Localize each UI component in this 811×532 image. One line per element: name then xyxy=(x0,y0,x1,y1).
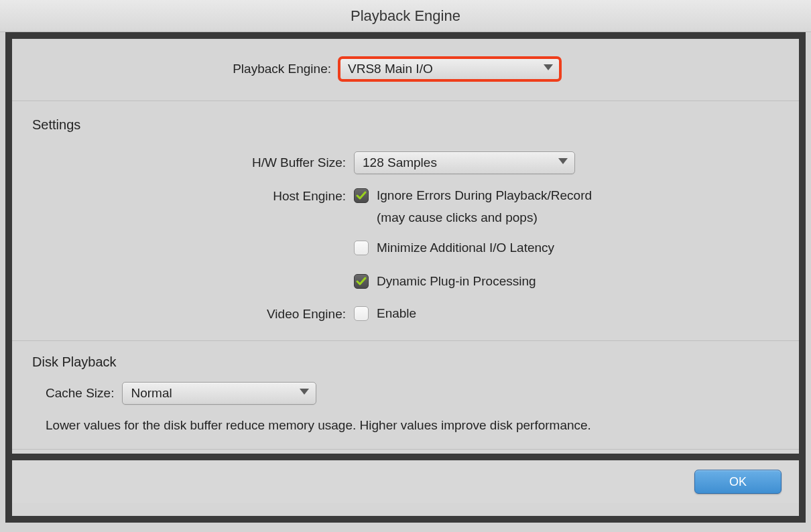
minimize-latency-label: Minimize Additional I/O Latency xyxy=(377,241,554,255)
video-enable-checkbox[interactable] xyxy=(354,306,369,321)
cache-size-value: Normal xyxy=(131,386,172,401)
dialog-frame: Playback Engine: VRS8 Main I/O Settings … xyxy=(5,32,806,523)
dynamic-plugin-label: Dynamic Plug-in Processing xyxy=(377,274,536,289)
panel-playback-engine: Playback Engine: VRS8 Main I/O xyxy=(12,39,799,101)
ok-button-label: OK xyxy=(729,475,747,489)
chevron-down-icon xyxy=(558,158,568,165)
window-titlebar: Playback Engine xyxy=(0,0,811,32)
playback-engine-label: Playback Engine: xyxy=(12,58,339,76)
video-engine-label: Video Engine: xyxy=(12,303,354,322)
panel-disk-playback: Disk Playback Cache Size: Normal Lower v… xyxy=(12,341,799,450)
svg-marker-2 xyxy=(300,389,309,395)
buffer-size-label: H/W Buffer Size: xyxy=(12,151,354,170)
dynamic-plugin-checkbox[interactable] xyxy=(354,274,369,289)
ignore-errors-sublabel: (may cause clicks and pops) xyxy=(377,210,592,225)
cache-size-dropdown[interactable]: Normal xyxy=(122,382,316,405)
ok-button[interactable]: OK xyxy=(694,470,782,494)
cache-size-label: Cache Size: xyxy=(46,386,122,401)
svg-marker-0 xyxy=(544,64,553,70)
buffer-size-value: 128 Samples xyxy=(363,155,437,170)
disk-buffer-note: Lower values for the disk buffer reduce … xyxy=(12,413,799,433)
host-engine-label: Host Engine: xyxy=(12,185,354,204)
ignore-errors-checkbox[interactable] xyxy=(354,188,369,203)
ignore-errors-label: Ignore Errors During Playback/Record xyxy=(377,188,592,203)
settings-heading: Settings xyxy=(12,101,799,133)
disk-playback-heading: Disk Playback xyxy=(12,341,799,370)
video-enable-label: Enable xyxy=(377,306,416,321)
dialog-footer: OK xyxy=(12,454,799,503)
buffer-size-dropdown[interactable]: 128 Samples xyxy=(354,151,575,174)
playback-engine-value: VRS8 Main I/O xyxy=(348,62,433,76)
playback-engine-window: Playback Engine Playback Engine: VRS8 Ma… xyxy=(0,0,811,532)
window-title: Playback Engine xyxy=(351,7,460,25)
playback-engine-dropdown[interactable]: VRS8 Main I/O xyxy=(339,58,560,80)
chevron-down-icon xyxy=(300,389,309,395)
minimize-latency-checkbox[interactable] xyxy=(354,241,369,255)
svg-marker-1 xyxy=(558,158,568,164)
panel-settings: Settings H/W Buffer Size: 128 Samples xyxy=(12,101,799,341)
chevron-down-icon xyxy=(544,64,553,71)
